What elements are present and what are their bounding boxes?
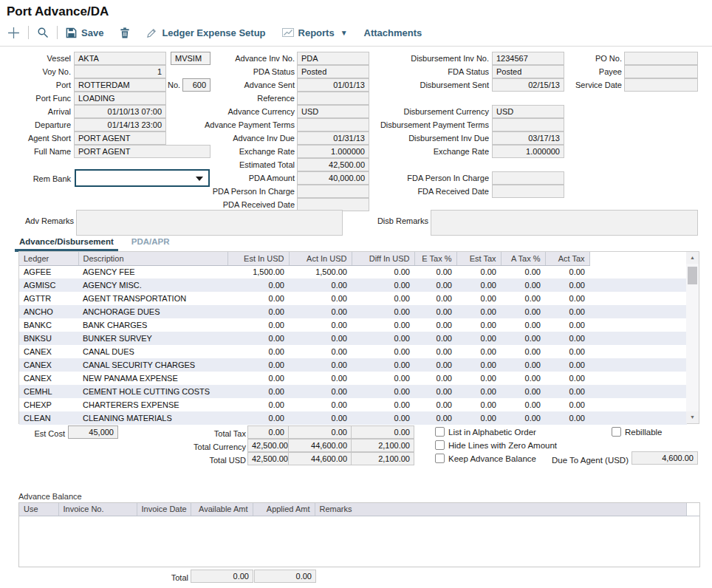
ledger-code-cell: AGFEE <box>19 265 78 278</box>
arrival-field[interactable]: 01/10/13 07:00 <box>74 105 166 118</box>
advance-inv-no-label: Advance Inv No. <box>177 52 295 64</box>
amount-cell: 0.00 <box>456 385 501 398</box>
est-cost-label: Est Cost <box>0 428 65 440</box>
pda-person-in-charge-label: PDA Person In Charge <box>177 185 295 197</box>
column-header: Invoice Date <box>137 503 191 516</box>
amount-cell: 0.00 <box>289 278 352 292</box>
reference-field[interactable] <box>297 92 369 105</box>
service-date-field[interactable] <box>624 78 698 92</box>
amount-cell: 0.00 <box>545 372 589 385</box>
amount-cell: 0.00 <box>414 332 456 345</box>
port-field[interactable]: ROTTERDAM <box>74 78 166 92</box>
table-row[interactable]: CEMHLCEMENT HOLE CUTTING COSTS0.000.000.… <box>19 385 687 398</box>
new-button[interactable] <box>7 27 20 39</box>
filler-cell <box>589 278 687 292</box>
port-func-field[interactable]: LOADING <box>74 92 166 105</box>
hide-zero-checkbox[interactable] <box>435 440 445 450</box>
amount-cell: 0.00 <box>289 358 352 372</box>
amount-cell: 0.00 <box>289 345 352 358</box>
table-row[interactable]: CLEANCLEANING MATERIALS0.000.000.000.000… <box>19 411 687 425</box>
departure-field[interactable]: 01/14/13 23:00 <box>74 118 166 131</box>
fda-person-in-charge-field[interactable] <box>492 171 564 185</box>
list-alphabetic-checkbox[interactable] <box>435 427 445 437</box>
amount-cell: 0.00 <box>289 318 352 332</box>
amount-cell: 0.00 <box>501 398 545 411</box>
vertical-scrollbar[interactable]: ▲ ▼ <box>686 252 699 423</box>
table-row[interactable]: AGTTRAGENT TRANSPORTATION0.000.000.000.0… <box>19 292 687 305</box>
vessel-field[interactable]: AKTA <box>74 52 166 65</box>
rebillable-checkbox[interactable] <box>612 427 621 437</box>
ledger-code-cell: CANEX <box>19 358 78 372</box>
filler-cell <box>589 292 687 305</box>
disbursement-payment-terms-field[interactable] <box>492 118 564 131</box>
amount-cell: 0.00 <box>456 358 501 372</box>
amount-cell: 0.00 <box>289 398 352 411</box>
payee-field[interactable] <box>624 65 698 78</box>
adv-remarks-textarea[interactable] <box>76 210 343 236</box>
column-header: Act Tax <box>545 252 589 265</box>
attachments-label: Attachments <box>364 27 422 38</box>
tab-advance-disbursement[interactable]: Advance/Disbursement <box>15 236 118 252</box>
advance-balance-total-label: Total <box>133 572 188 584</box>
filler-cell <box>589 385 687 398</box>
amount-cell: 0.00 <box>227 385 289 398</box>
port-func-label: Port Func <box>0 92 71 104</box>
toolbar-divider <box>0 46 712 47</box>
tab-pda-apr[interactable]: PDA/APR <box>127 236 174 252</box>
description-cell: ANCHORAGE DUES <box>78 305 227 318</box>
payee-label: Payee <box>547 66 622 78</box>
table-row[interactable]: ANCHOANCHORAGE DUES0.000.000.000.000.000… <box>19 305 687 318</box>
disbursement-inv-due-field[interactable]: 03/17/13 <box>492 131 564 145</box>
disb-exchange-rate-field[interactable]: 1.000000 <box>492 145 564 158</box>
ledger-code-cell: CHEXP <box>19 398 78 411</box>
voy-no-field[interactable]: 1 <box>74 65 166 78</box>
agent-short-field[interactable]: PORT AGENT <box>74 131 166 145</box>
amount-cell: 0.00 <box>352 398 414 411</box>
fda-received-date-field[interactable] <box>492 185 564 198</box>
advance-balance-total-applied: 0.00 <box>254 570 316 583</box>
column-header: Ledger <box>19 252 78 265</box>
table-row[interactable]: AGMISCAGENCY MISC.0.000.000.000.000.000.… <box>19 278 687 292</box>
disb-remarks-textarea[interactable] <box>431 210 698 236</box>
fda-person-in-charge-label: FDA Person In Charge <box>355 172 489 184</box>
attachments-button[interactable]: Attachments <box>364 27 422 38</box>
delete-button[interactable] <box>120 27 130 38</box>
amount-cell: 0.00 <box>352 305 414 318</box>
keep-advance-balance-checkbox[interactable] <box>435 454 445 463</box>
table-row[interactable]: BNKSUBUNKER SURVEY0.000.000.000.000.000.… <box>19 332 687 345</box>
po-no-field[interactable] <box>624 52 698 65</box>
description-cell: CLEANING MATERIALS <box>78 411 227 425</box>
table-row[interactable]: CANEXCANAL SECURITY CHARGES0.000.000.000… <box>19 358 687 372</box>
amount-cell: 0.00 <box>289 385 352 398</box>
ledger-expense-setup-button[interactable]: Ledger Expense Setup <box>146 27 265 38</box>
advance-currency-label: Advance Currency <box>177 106 295 117</box>
table-row[interactable]: AGFEEAGENCY FEE1,500.001,500.000.000.000… <box>19 265 687 278</box>
total-currency-act: 44,600.00 <box>288 439 352 452</box>
table-row[interactable]: CANEXNEW PANAMA EXPENSE0.000.000.000.000… <box>19 372 687 385</box>
ledger-code-cell: CLEAN <box>19 411 78 425</box>
amount-cell: 0.00 <box>545 345 589 358</box>
column-header: E Tax % <box>414 252 456 265</box>
disbursement-currency-field[interactable]: USD <box>492 105 564 118</box>
amount-cell: 0.00 <box>501 358 545 372</box>
description-cell: AGENCY FEE <box>78 265 227 278</box>
table-row[interactable]: CHEXPCHARTERERS EXPENSE0.000.000.000.000… <box>19 398 687 411</box>
disb-exchange-rate-label: Exchange Rate <box>355 146 489 157</box>
search-button[interactable] <box>37 27 49 38</box>
est-cost-field[interactable]: 45,000 <box>68 425 118 439</box>
column-header: Act In USD <box>289 252 352 265</box>
amount-cell: 0.00 <box>456 318 501 332</box>
amount-cell: 0.00 <box>289 292 352 305</box>
scroll-down-arrow-icon[interactable]: ▼ <box>686 411 699 423</box>
scroll-up-arrow-icon[interactable]: ▲ <box>686 252 699 264</box>
reports-button[interactable]: Reports ▼ <box>282 27 348 38</box>
table-row[interactable]: BANKCBANK CHARGES0.000.000.000.000.000.0… <box>19 318 687 332</box>
amount-cell: 0.00 <box>227 305 289 318</box>
pda-status-label: PDA Status <box>177 66 295 78</box>
save-button[interactable]: Save <box>66 27 103 38</box>
ledger-code-cell: BANKC <box>19 318 78 332</box>
table-row[interactable]: CANEXCANAL DUES0.000.000.000.000.000.000… <box>19 345 687 358</box>
column-header: Diff In USD <box>352 252 414 265</box>
total-currency-est: 42,500.00 <box>247 439 289 452</box>
scrollbar-thumb[interactable] <box>688 267 697 284</box>
